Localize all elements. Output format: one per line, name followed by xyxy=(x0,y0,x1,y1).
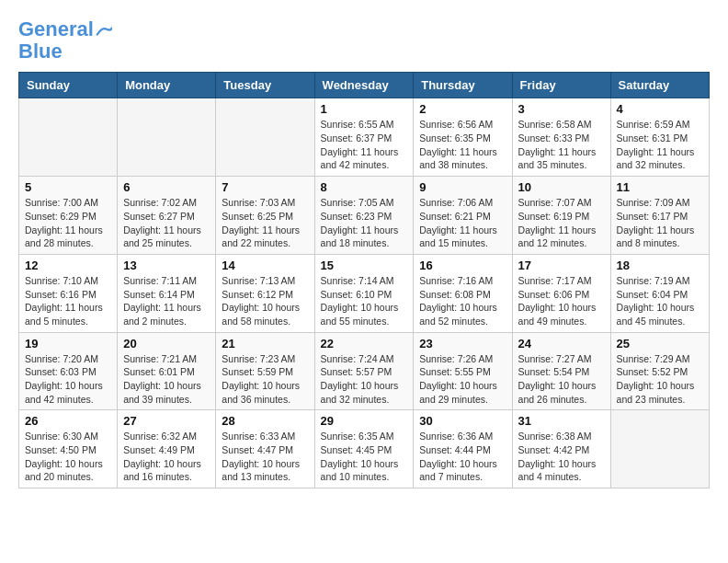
calendar-cell: 25Sunrise: 7:29 AM Sunset: 5:52 PM Dayli… xyxy=(610,332,709,410)
page-header: General Blue xyxy=(18,18,710,63)
calendar-cell: 4Sunrise: 6:59 AM Sunset: 6:31 PM Daylig… xyxy=(610,98,709,177)
day-number: 6 xyxy=(123,180,210,194)
calendar-cell: 23Sunrise: 7:26 AM Sunset: 5:55 PM Dayli… xyxy=(414,332,512,410)
day-info: Sunrise: 7:19 AM Sunset: 6:04 PM Dayligh… xyxy=(617,274,703,328)
day-info: Sunrise: 6:32 AM Sunset: 4:49 PM Dayligh… xyxy=(123,430,210,484)
day-info: Sunrise: 7:03 AM Sunset: 6:25 PM Dayligh… xyxy=(222,196,308,250)
day-number: 1 xyxy=(321,102,408,116)
calendar-cell: 13Sunrise: 7:11 AM Sunset: 6:14 PM Dayli… xyxy=(118,254,216,332)
day-info: Sunrise: 6:36 AM Sunset: 4:44 PM Dayligh… xyxy=(419,430,506,484)
calendar-cell xyxy=(19,98,118,177)
calendar-cell: 20Sunrise: 7:21 AM Sunset: 6:01 PM Dayli… xyxy=(118,332,216,410)
calendar-cell xyxy=(610,410,709,488)
day-info: Sunrise: 7:16 AM Sunset: 6:08 PM Dayligh… xyxy=(419,274,506,328)
day-number: 22 xyxy=(321,337,408,350)
calendar-cell: 8Sunrise: 7:05 AM Sunset: 6:23 PM Daylig… xyxy=(314,177,414,255)
logo: General Blue xyxy=(18,18,112,63)
day-number: 7 xyxy=(222,180,308,194)
day-info: Sunrise: 7:05 AM Sunset: 6:23 PM Dayligh… xyxy=(321,196,408,250)
logo-bird-icon xyxy=(96,24,112,37)
calendar-cell: 18Sunrise: 7:19 AM Sunset: 6:04 PM Dayli… xyxy=(610,254,709,332)
calendar-cell: 19Sunrise: 7:20 AM Sunset: 6:03 PM Dayli… xyxy=(19,332,118,410)
day-info: Sunrise: 6:59 AM Sunset: 6:31 PM Dayligh… xyxy=(617,118,703,172)
day-info: Sunrise: 7:10 AM Sunset: 6:16 PM Dayligh… xyxy=(25,274,111,328)
day-number: 13 xyxy=(123,259,210,272)
calendar-cell: 27Sunrise: 6:32 AM Sunset: 4:49 PM Dayli… xyxy=(118,410,216,488)
day-info: Sunrise: 7:20 AM Sunset: 6:03 PM Dayligh… xyxy=(25,352,111,407)
day-info: Sunrise: 7:02 AM Sunset: 6:27 PM Dayligh… xyxy=(123,196,210,250)
calendar-week-row: 1Sunrise: 6:55 AM Sunset: 6:37 PM Daylig… xyxy=(19,98,710,177)
day-number: 30 xyxy=(419,414,506,428)
day-number: 10 xyxy=(518,180,605,194)
calendar-cell: 14Sunrise: 7:13 AM Sunset: 6:12 PM Dayli… xyxy=(216,254,314,332)
day-number: 2 xyxy=(419,102,506,116)
calendar-cell: 17Sunrise: 7:17 AM Sunset: 6:06 PM Dayli… xyxy=(512,254,610,332)
weekday-header-friday: Friday xyxy=(512,73,610,98)
weekday-header-thursday: Thursday xyxy=(414,73,512,98)
day-info: Sunrise: 6:33 AM Sunset: 4:47 PM Dayligh… xyxy=(222,430,308,484)
calendar-week-row: 12Sunrise: 7:10 AM Sunset: 6:16 PM Dayli… xyxy=(19,254,710,332)
day-info: Sunrise: 7:29 AM Sunset: 5:52 PM Dayligh… xyxy=(617,352,703,407)
calendar-cell: 3Sunrise: 6:58 AM Sunset: 6:33 PM Daylig… xyxy=(512,98,610,177)
day-number: 27 xyxy=(123,414,210,428)
day-number: 29 xyxy=(321,414,408,428)
calendar-table: SundayMondayTuesdayWednesdayThursdayFrid… xyxy=(18,72,710,488)
day-info: Sunrise: 6:38 AM Sunset: 4:42 PM Dayligh… xyxy=(518,430,605,484)
day-number: 25 xyxy=(617,337,703,350)
day-info: Sunrise: 7:21 AM Sunset: 6:01 PM Dayligh… xyxy=(123,352,210,407)
day-info: Sunrise: 7:27 AM Sunset: 5:54 PM Dayligh… xyxy=(518,352,605,407)
calendar-cell: 1Sunrise: 6:55 AM Sunset: 6:37 PM Daylig… xyxy=(314,98,414,177)
calendar-cell xyxy=(216,98,314,177)
day-info: Sunrise: 6:35 AM Sunset: 4:45 PM Dayligh… xyxy=(321,430,408,484)
calendar-cell xyxy=(118,98,216,177)
calendar-cell: 5Sunrise: 7:00 AM Sunset: 6:29 PM Daylig… xyxy=(19,177,118,255)
day-number: 11 xyxy=(617,180,703,194)
day-number: 15 xyxy=(321,259,408,272)
day-number: 26 xyxy=(25,414,111,428)
calendar-week-row: 26Sunrise: 6:30 AM Sunset: 4:50 PM Dayli… xyxy=(19,410,710,488)
calendar-cell: 11Sunrise: 7:09 AM Sunset: 6:17 PM Dayli… xyxy=(610,177,709,255)
day-number: 20 xyxy=(123,337,210,350)
calendar-cell: 24Sunrise: 7:27 AM Sunset: 5:54 PM Dayli… xyxy=(512,332,610,410)
calendar-cell: 15Sunrise: 7:14 AM Sunset: 6:10 PM Dayli… xyxy=(314,254,414,332)
day-number: 14 xyxy=(222,259,308,272)
day-number: 16 xyxy=(419,259,506,272)
day-info: Sunrise: 7:17 AM Sunset: 6:06 PM Dayligh… xyxy=(518,274,605,328)
logo-blue: Blue xyxy=(18,40,63,63)
weekday-header-tuesday: Tuesday xyxy=(216,73,314,98)
day-info: Sunrise: 7:13 AM Sunset: 6:12 PM Dayligh… xyxy=(222,274,308,328)
day-info: Sunrise: 7:07 AM Sunset: 6:19 PM Dayligh… xyxy=(518,196,605,250)
day-info: Sunrise: 7:26 AM Sunset: 5:55 PM Dayligh… xyxy=(419,352,506,407)
weekday-header-row: SundayMondayTuesdayWednesdayThursdayFrid… xyxy=(19,73,710,98)
day-info: Sunrise: 7:09 AM Sunset: 6:17 PM Dayligh… xyxy=(617,196,703,250)
calendar-cell: 29Sunrise: 6:35 AM Sunset: 4:45 PM Dayli… xyxy=(314,410,414,488)
day-info: Sunrise: 7:00 AM Sunset: 6:29 PM Dayligh… xyxy=(25,196,111,250)
day-info: Sunrise: 7:23 AM Sunset: 5:59 PM Dayligh… xyxy=(222,352,308,407)
calendar-cell: 30Sunrise: 6:36 AM Sunset: 4:44 PM Dayli… xyxy=(414,410,512,488)
calendar-cell: 6Sunrise: 7:02 AM Sunset: 6:27 PM Daylig… xyxy=(118,177,216,255)
calendar-cell: 21Sunrise: 7:23 AM Sunset: 5:59 PM Dayli… xyxy=(216,332,314,410)
calendar-cell: 2Sunrise: 6:56 AM Sunset: 6:35 PM Daylig… xyxy=(414,98,512,177)
weekday-header-wednesday: Wednesday xyxy=(314,73,414,98)
day-info: Sunrise: 7:11 AM Sunset: 6:14 PM Dayligh… xyxy=(123,274,210,328)
day-number: 4 xyxy=(617,102,703,116)
day-number: 8 xyxy=(321,180,408,194)
day-number: 3 xyxy=(518,102,605,116)
day-number: 21 xyxy=(222,337,308,350)
day-number: 12 xyxy=(25,259,111,272)
calendar-cell: 28Sunrise: 6:33 AM Sunset: 4:47 PM Dayli… xyxy=(216,410,314,488)
calendar-cell: 9Sunrise: 7:06 AM Sunset: 6:21 PM Daylig… xyxy=(414,177,512,255)
day-info: Sunrise: 6:58 AM Sunset: 6:33 PM Dayligh… xyxy=(518,118,605,172)
calendar-cell: 16Sunrise: 7:16 AM Sunset: 6:08 PM Dayli… xyxy=(414,254,512,332)
calendar-cell: 10Sunrise: 7:07 AM Sunset: 6:19 PM Dayli… xyxy=(512,177,610,255)
calendar-cell: 26Sunrise: 6:30 AM Sunset: 4:50 PM Dayli… xyxy=(19,410,118,488)
day-info: Sunrise: 6:56 AM Sunset: 6:35 PM Dayligh… xyxy=(419,118,506,172)
day-number: 17 xyxy=(518,259,605,272)
calendar-week-row: 19Sunrise: 7:20 AM Sunset: 6:03 PM Dayli… xyxy=(19,332,710,410)
day-number: 19 xyxy=(25,337,111,350)
day-info: Sunrise: 6:55 AM Sunset: 6:37 PM Dayligh… xyxy=(321,118,408,172)
calendar-cell: 7Sunrise: 7:03 AM Sunset: 6:25 PM Daylig… xyxy=(216,177,314,255)
calendar-week-row: 5Sunrise: 7:00 AM Sunset: 6:29 PM Daylig… xyxy=(19,177,710,255)
day-number: 5 xyxy=(25,180,111,194)
weekday-header-monday: Monday xyxy=(118,73,216,98)
